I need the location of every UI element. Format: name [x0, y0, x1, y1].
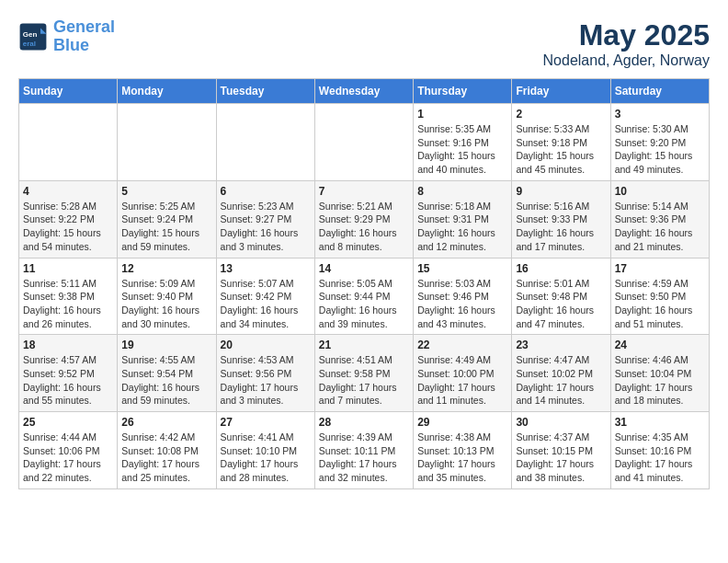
day-number: 28: [319, 416, 409, 429]
weekday-header: Sunday: [19, 79, 118, 104]
svg-text:eral: eral: [23, 39, 36, 47]
day-number: 10: [615, 185, 705, 198]
calendar-cell: 31Sunrise: 4:35 AM Sunset: 10:16 PM Dayl…: [610, 412, 709, 489]
day-info: Sunrise: 4:38 AM Sunset: 10:13 PM Daylig…: [417, 431, 507, 485]
day-number: 24: [615, 339, 705, 351]
day-number: 25: [23, 416, 113, 429]
weekday-header: Friday: [512, 79, 610, 104]
calendar-cell: 22Sunrise: 4:49 AM Sunset: 10:00 PM Dayl…: [414, 335, 512, 412]
calendar-cell: 14Sunrise: 5:05 AM Sunset: 9:44 PM Dayli…: [314, 258, 413, 335]
calendar-week-row: 18Sunrise: 4:57 AM Sunset: 9:52 PM Dayli…: [19, 335, 710, 412]
day-info: Sunrise: 4:47 AM Sunset: 10:02 PM Daylig…: [516, 353, 606, 408]
calendar-cell: [118, 104, 216, 181]
day-info: Sunrise: 5:25 AM Sunset: 9:24 PM Dayligh…: [121, 200, 211, 254]
day-number: 11: [23, 262, 113, 275]
day-number: 27: [221, 416, 311, 429]
day-number: 6: [221, 185, 311, 198]
logo-line2: Blue: [53, 36, 89, 54]
calendar-cell: 1Sunrise: 5:35 AM Sunset: 9:16 PM Daylig…: [414, 104, 512, 181]
calendar-week-row: 25Sunrise: 4:44 AM Sunset: 10:06 PM Dayl…: [19, 412, 710, 489]
day-number: 9: [516, 185, 606, 198]
day-info: Sunrise: 5:28 AM Sunset: 9:22 PM Dayligh…: [23, 200, 113, 254]
calendar-cell: [216, 104, 314, 181]
calendar-cell: 17Sunrise: 4:59 AM Sunset: 9:50 PM Dayli…: [610, 258, 709, 335]
calendar-cell: 30Sunrise: 4:37 AM Sunset: 10:15 PM Dayl…: [512, 412, 610, 489]
logo-icon: Gen eral: [18, 22, 48, 52]
day-info: Sunrise: 4:57 AM Sunset: 9:52 PM Dayligh…: [23, 353, 113, 408]
calendar-week-row: 1Sunrise: 5:35 AM Sunset: 9:16 PM Daylig…: [19, 104, 710, 181]
day-info: Sunrise: 5:23 AM Sunset: 9:27 PM Dayligh…: [221, 200, 311, 254]
calendar-cell: 10Sunrise: 5:14 AM Sunset: 9:36 PM Dayli…: [610, 180, 709, 258]
day-number: 13: [221, 262, 311, 275]
day-info: Sunrise: 4:37 AM Sunset: 10:15 PM Daylig…: [516, 431, 606, 485]
day-number: 31: [615, 416, 705, 429]
day-info: Sunrise: 4:41 AM Sunset: 10:10 PM Daylig…: [221, 431, 311, 485]
calendar-cell: 3Sunrise: 5:30 AM Sunset: 9:20 PM Daylig…: [610, 104, 709, 181]
calendar-cell: 11Sunrise: 5:11 AM Sunset: 9:38 PM Dayli…: [19, 258, 118, 335]
calendar-cell: 28Sunrise: 4:39 AM Sunset: 10:11 PM Dayl…: [314, 412, 413, 489]
day-number: 30: [516, 416, 606, 429]
day-number: 22: [417, 339, 507, 351]
day-info: Sunrise: 4:55 AM Sunset: 9:54 PM Dayligh…: [121, 353, 211, 408]
day-info: Sunrise: 5:35 AM Sunset: 9:16 PM Dayligh…: [417, 122, 507, 177]
day-number: 16: [516, 262, 606, 275]
day-info: Sunrise: 4:39 AM Sunset: 10:11 PM Daylig…: [319, 431, 409, 485]
calendar-week-row: 11Sunrise: 5:11 AM Sunset: 9:38 PM Dayli…: [19, 258, 710, 335]
day-number: 26: [121, 416, 211, 429]
day-number: 29: [417, 416, 507, 429]
day-info: Sunrise: 4:42 AM Sunset: 10:08 PM Daylig…: [121, 431, 211, 485]
calendar-cell: 29Sunrise: 4:38 AM Sunset: 10:13 PM Dayl…: [414, 412, 512, 489]
calendar-cell: [314, 104, 413, 181]
day-number: 15: [417, 262, 507, 275]
day-number: 17: [615, 262, 705, 275]
calendar-header-row: SundayMondayTuesdayWednesdayThursdayFrid…: [19, 79, 710, 104]
day-number: 18: [23, 339, 113, 351]
day-number: 2: [516, 108, 606, 121]
weekday-header: Wednesday: [314, 79, 413, 104]
day-info: Sunrise: 4:59 AM Sunset: 9:50 PM Dayligh…: [615, 277, 705, 331]
calendar-cell: 13Sunrise: 5:07 AM Sunset: 9:42 PM Dayli…: [216, 258, 314, 335]
day-info: Sunrise: 5:07 AM Sunset: 9:42 PM Dayligh…: [221, 277, 311, 331]
day-info: Sunrise: 4:49 AM Sunset: 10:00 PM Daylig…: [417, 353, 507, 408]
calendar-table: SundayMondayTuesdayWednesdayThursdayFrid…: [18, 78, 710, 489]
day-info: Sunrise: 5:14 AM Sunset: 9:36 PM Dayligh…: [615, 200, 705, 254]
weekday-header: Thursday: [414, 79, 512, 104]
day-number: 21: [319, 339, 409, 351]
day-number: 23: [516, 339, 606, 351]
calendar-body: 1Sunrise: 5:35 AM Sunset: 9:16 PM Daylig…: [19, 104, 710, 489]
day-info: Sunrise: 4:35 AM Sunset: 10:16 PM Daylig…: [615, 431, 705, 485]
logo-text: General Blue: [53, 18, 115, 55]
day-info: Sunrise: 5:33 AM Sunset: 9:18 PM Dayligh…: [516, 122, 606, 177]
logo: Gen eral General Blue: [18, 18, 115, 55]
calendar-cell: 12Sunrise: 5:09 AM Sunset: 9:40 PM Dayli…: [118, 258, 216, 335]
logo-line1: General: [53, 17, 115, 36]
day-info: Sunrise: 5:18 AM Sunset: 9:31 PM Dayligh…: [417, 200, 507, 254]
calendar-cell: 27Sunrise: 4:41 AM Sunset: 10:10 PM Dayl…: [216, 412, 314, 489]
day-number: 20: [221, 339, 311, 351]
day-number: 14: [319, 262, 409, 275]
calendar-cell: 25Sunrise: 4:44 AM Sunset: 10:06 PM Dayl…: [19, 412, 118, 489]
day-info: Sunrise: 4:46 AM Sunset: 10:04 PM Daylig…: [615, 353, 705, 408]
day-info: Sunrise: 5:16 AM Sunset: 9:33 PM Dayligh…: [516, 200, 606, 254]
calendar-cell: 8Sunrise: 5:18 AM Sunset: 9:31 PM Daylig…: [414, 180, 512, 258]
page-header: Gen eral General Blue May 2025 Nodeland,…: [18, 18, 710, 69]
day-info: Sunrise: 5:21 AM Sunset: 9:29 PM Dayligh…: [319, 200, 409, 254]
calendar-cell: 5Sunrise: 5:25 AM Sunset: 9:24 PM Daylig…: [118, 180, 216, 258]
day-info: Sunrise: 4:51 AM Sunset: 9:58 PM Dayligh…: [319, 353, 409, 408]
calendar-cell: [19, 104, 118, 181]
calendar-cell: 18Sunrise: 4:57 AM Sunset: 9:52 PM Dayli…: [19, 335, 118, 412]
day-number: 5: [121, 185, 211, 198]
day-number: 8: [417, 185, 507, 198]
calendar-cell: 19Sunrise: 4:55 AM Sunset: 9:54 PM Dayli…: [118, 335, 216, 412]
calendar-cell: 2Sunrise: 5:33 AM Sunset: 9:18 PM Daylig…: [512, 104, 610, 181]
day-info: Sunrise: 5:01 AM Sunset: 9:48 PM Dayligh…: [516, 277, 606, 331]
title-block: May 2025 Nodeland, Agder, Norway: [543, 18, 710, 69]
day-info: Sunrise: 5:11 AM Sunset: 9:38 PM Dayligh…: [23, 277, 113, 331]
weekday-header: Saturday: [610, 79, 709, 104]
day-number: 19: [121, 339, 211, 351]
calendar-cell: 20Sunrise: 4:53 AM Sunset: 9:56 PM Dayli…: [216, 335, 314, 412]
calendar-cell: 7Sunrise: 5:21 AM Sunset: 9:29 PM Daylig…: [314, 180, 413, 258]
calendar-cell: 4Sunrise: 5:28 AM Sunset: 9:22 PM Daylig…: [19, 180, 118, 258]
calendar-cell: 26Sunrise: 4:42 AM Sunset: 10:08 PM Dayl…: [118, 412, 216, 489]
day-info: Sunrise: 5:05 AM Sunset: 9:44 PM Dayligh…: [319, 277, 409, 331]
